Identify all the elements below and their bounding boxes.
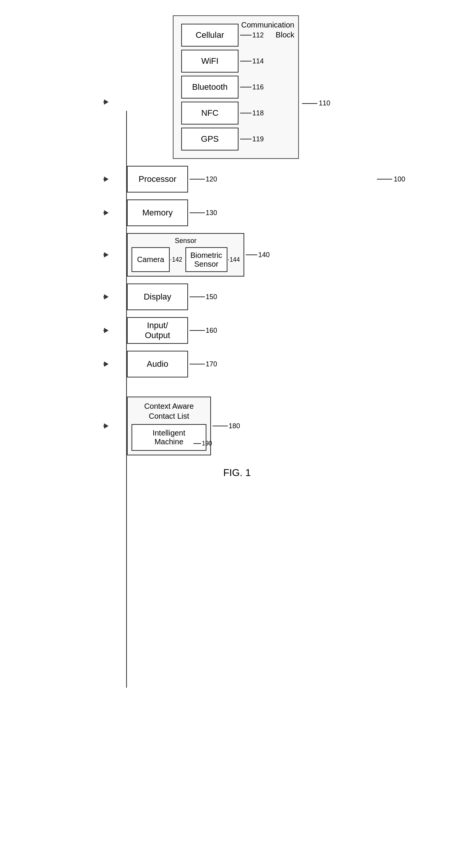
io-box: Input/Output bbox=[127, 317, 188, 344]
nfc-row: NFC 118 bbox=[181, 102, 291, 125]
ref-116: 116 bbox=[252, 83, 264, 91]
ref-line-119 bbox=[240, 139, 252, 139]
wifi-label: WiFI bbox=[201, 56, 218, 66]
ref-190: 190 bbox=[202, 440, 212, 447]
gps-label: GPS bbox=[201, 134, 219, 144]
ref-line-120 bbox=[190, 179, 205, 180]
gap-before-context bbox=[103, 389, 371, 397]
diagram: Communication Block Cellular 112 Wi bbox=[103, 15, 371, 479]
io-label: Input/Output bbox=[145, 321, 170, 340]
ref-142: 142 bbox=[172, 256, 182, 263]
ref-line-130 bbox=[190, 212, 205, 213]
sensor-label: Sensor bbox=[131, 237, 240, 245]
ref-110-group: 110 bbox=[302, 99, 330, 107]
nfc-box: NFC bbox=[181, 102, 239, 125]
memory-label: Memory bbox=[142, 208, 172, 218]
io-arrowhead bbox=[104, 328, 109, 333]
sensor-row: Sensor Camera 142 BiometricSen bbox=[103, 233, 371, 277]
memory-row: Memory 130 bbox=[103, 199, 371, 226]
gps-row: GPS 119 bbox=[181, 128, 291, 151]
memory-arrowhead bbox=[104, 210, 109, 215]
nfc-label: NFC bbox=[201, 108, 218, 118]
ref-line-140 bbox=[246, 254, 257, 255]
camera-label: Camera bbox=[137, 255, 164, 264]
audio-row: Audio 170 bbox=[103, 351, 371, 377]
ref-line-114 bbox=[240, 61, 252, 62]
ref-line-118 bbox=[240, 113, 252, 113]
comm-block-outer: Communication Block Cellular 112 Wi bbox=[173, 15, 299, 159]
bluetooth-row: Bluetooth 116 bbox=[181, 76, 291, 99]
intelligent-machine-box: IntelligentMachine 190 bbox=[131, 424, 206, 451]
ref-118: 118 bbox=[252, 109, 264, 117]
camera-group: Camera 142 bbox=[131, 247, 182, 272]
ref-line-116 bbox=[240, 87, 252, 87]
figure-label: FIG. 1 bbox=[103, 467, 371, 479]
processor-box: Processor bbox=[127, 166, 188, 193]
sensor-inner-group: Camera 142 BiometricSensor 144 bbox=[131, 247, 240, 272]
display-box: Display bbox=[127, 283, 188, 310]
comm-block-items: Cellular 112 WiFI 114 bbox=[181, 24, 291, 151]
ref-160: 160 bbox=[206, 327, 217, 335]
ref-130: 130 bbox=[206, 209, 217, 217]
biometric-box: BiometricSensor bbox=[185, 247, 227, 272]
ref-170: 170 bbox=[206, 360, 217, 368]
context-aware-title: Context AwareContact List bbox=[131, 401, 206, 421]
ref-120: 120 bbox=[206, 175, 217, 183]
display-row: Display 150 bbox=[103, 283, 371, 310]
ref-100: 100 bbox=[394, 175, 405, 183]
ref-line-180 bbox=[213, 426, 228, 426]
bluetooth-box: Bluetooth bbox=[181, 76, 239, 99]
cellular-label: Cellular bbox=[196, 30, 224, 40]
cellular-box: Cellular bbox=[181, 24, 239, 47]
bluetooth-label: Bluetooth bbox=[192, 82, 228, 92]
display-label: Display bbox=[144, 292, 171, 302]
audio-arrowhead bbox=[104, 361, 109, 367]
comm-arrowhead bbox=[104, 99, 109, 105]
intelligent-machine-label: IntelligentMachine bbox=[153, 429, 185, 446]
ref-114: 114 bbox=[252, 57, 264, 65]
ref-110: 110 bbox=[319, 99, 330, 107]
sensor-outer-box: Sensor Camera 142 BiometricSen bbox=[127, 233, 244, 277]
gps-box: GPS bbox=[181, 128, 239, 151]
context-aware-label: Context AwareContact List bbox=[144, 402, 194, 420]
processor-arrowhead bbox=[104, 177, 109, 182]
ref-line-170 bbox=[190, 364, 205, 364]
biometric-label: BiometricSensor bbox=[190, 251, 222, 269]
ref-190-group: 190 bbox=[193, 440, 212, 447]
fig-text: FIG. 1 bbox=[223, 467, 251, 478]
ref-144: 144 bbox=[230, 256, 240, 263]
display-arrowhead bbox=[104, 294, 109, 300]
ref-line-150 bbox=[190, 296, 205, 297]
ref-180: 180 bbox=[229, 422, 240, 430]
wifi-box: WiFI bbox=[181, 50, 239, 73]
ref-140: 140 bbox=[258, 251, 269, 259]
camera-ref-row: Camera 142 bbox=[131, 247, 182, 272]
processor-label: Processor bbox=[138, 174, 176, 184]
ref-line-190 bbox=[193, 443, 201, 444]
processor-row: Processor 120 100 bbox=[103, 166, 371, 193]
ref-100-group: 100 bbox=[377, 175, 405, 183]
io-row: Input/Output 160 bbox=[103, 317, 371, 344]
ref-119: 119 bbox=[252, 135, 264, 143]
biometric-group: BiometricSensor 144 bbox=[185, 247, 240, 272]
memory-box: Memory bbox=[127, 199, 188, 226]
ref-line-100 bbox=[377, 179, 392, 180]
context-arrowhead bbox=[104, 423, 109, 429]
sensor-arrowhead bbox=[104, 252, 109, 257]
wifi-row: WiFI 114 bbox=[181, 50, 291, 73]
audio-box: Audio bbox=[127, 351, 188, 377]
context-row: Context AwareContact List IntelligentMac… bbox=[103, 397, 371, 455]
audio-label: Audio bbox=[147, 359, 168, 369]
ref-150: 150 bbox=[206, 293, 217, 301]
ref-line-160 bbox=[190, 330, 205, 331]
ref-line-110 bbox=[302, 103, 317, 104]
comm-block-label: Communication Block bbox=[241, 20, 294, 40]
context-aware-box: Context AwareContact List IntelligentMac… bbox=[127, 397, 211, 455]
camera-box: Camera bbox=[131, 247, 170, 272]
